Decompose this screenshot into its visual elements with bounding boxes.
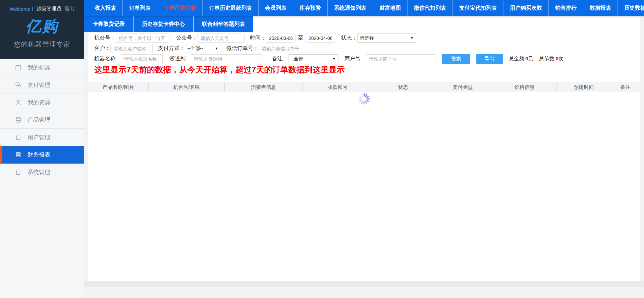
filter-row-1: 机台号： 公众号： 时间： 至 状态： 请选择 ▼ [94,34,634,43]
date-from-input[interactable] [266,34,296,43]
wechat-order-label: 微信订单号： [226,45,259,52]
tab-income-report[interactable]: 收入报表 [88,0,123,16]
remark-select[interactable]: --全部-- ▼ [288,54,338,63]
loading-spinner-icon [358,93,371,105]
customer-label: 客户： [94,45,110,52]
sidebar-header: Welcome ! 超级管理员 退出 亿购 您的机器管理专家 [0,0,84,59]
tab-coupon-pickup-records[interactable]: 卡券取货记录 [84,16,133,32]
chevron-down-icon: ▼ [410,36,414,40]
sidebar-item-system-management[interactable]: 系统管理 [0,164,84,181]
col-status: 状态 [373,82,433,92]
lane-input[interactable] [191,54,262,63]
sidebar-item-finance-reports[interactable]: 财务报表 [0,146,84,164]
sidebar-menu: 我的机器 支付管理 我的资源 产品管理 用户管理 财务报表 系统管理 [0,59,84,181]
sidebar-item-my-machines[interactable]: 我的机器 [0,59,84,76]
notice-banner: 这里显示7天前的数据，从今天开始算，超过7天的订单数据到这里显示 [94,65,634,74]
col-consumer-info: 消费者信息 [225,82,303,92]
pay-method-select-value: --全部-- [187,46,203,52]
tab-system-notice-list[interactable]: 系统通知列表 [328,0,373,16]
total-amount-label: 总金额: [509,56,525,61]
sidebar-item-user-management[interactable]: 用户管理 [0,129,84,146]
export-button[interactable]: 导出 [476,54,503,64]
total-count-unit: 次 [558,56,564,61]
merchant-label: 商户号： [344,55,366,62]
total-count: 总笔数:0次 [539,56,564,61]
tab-member-list[interactable]: 会员列表 [259,0,293,16]
status-select-value: 请选择 [360,35,374,41]
search-button[interactable]: 搜索 [442,54,470,64]
tab-user-purchase-count[interactable]: 用户购买次数 [503,0,549,16]
sidebar-item-label: 系统管理 [28,168,50,176]
pay-method-label: 支付方式： [158,45,185,52]
time-label: 时间： [250,35,266,42]
date-to-separator: 至 [298,35,303,42]
chevron-down-icon: ▼ [332,57,336,61]
tab-stock-warning[interactable]: 库存预警 [293,0,328,16]
wechat-order-input[interactable] [259,44,329,53]
merchant-input[interactable] [366,54,436,63]
lane-label: 货道列： [169,55,191,62]
content-panel: 机台号： 公众号： 时间： 至 状态： 请选择 ▼ 客户： 支付方式： --全部… [88,16,640,281]
file-icon [15,169,22,176]
tab-order-history-refund-list[interactable]: 订单历史退款列表 [203,0,259,16]
machine-no-input[interactable] [116,34,169,43]
tab-sales-ranking[interactable]: 销售排行 [549,0,583,16]
tab-alipay-withhold-list[interactable]: 支付宝代扣列表 [453,0,503,16]
sidebar-item-label: 财务报表 [28,151,50,159]
chevron-down-icon: ▼ [215,47,218,50]
pay-method-select[interactable]: --全部-- ▼ [185,44,221,53]
col-pay-type: 支付类型 [433,82,492,92]
tab-wechat-withhold-list[interactable]: 微信代扣列表 [408,0,453,16]
machine-name-label: 机器名称： [94,55,121,62]
total-amount-value: 0 [525,56,528,61]
sidebar-item-product-management[interactable]: 产品管理 [0,111,84,129]
tab-history-stock-coupon-center[interactable]: 历史存货卡券中心 [133,16,193,32]
date-to-input[interactable] [306,34,335,43]
filter-row-2: 客户： 支付方式： --全部-- ▼ 微信订单号： [94,44,634,53]
machine-no-label: 机台号： [94,35,116,42]
totals-summary: 总金额:0元 总笔数:0次 [509,56,564,62]
top-nav: 收入报表 订单列表 订单历史列表 订单历史退款列表 会员列表 库存预警 系统通知… [84,0,644,16]
tab-unilever-quiz-list[interactable]: 联合利华答题列表 [193,16,253,32]
tab-order-history-list[interactable]: 订单历史列表 [157,0,203,16]
col-product-name-image: 产品名称/图片 [88,82,149,92]
col-receiving-account: 收款帐号 [303,82,373,92]
username: 超级管理员 [36,6,61,12]
machine-icon [15,64,22,71]
tab-order-list[interactable]: 订单列表 [123,0,157,16]
sidebar-item-payment-management[interactable]: 支付管理 [0,76,84,94]
tab-wealth-map[interactable]: 财富地图 [373,0,408,16]
bottom-scroll-band [84,281,644,287]
official-account-input[interactable] [198,34,245,43]
wechat-icon [15,81,22,88]
total-count-value: 0 [556,56,558,61]
status-label: 状态： [341,35,357,42]
sidebar-item-my-resources[interactable]: 我的资源 [0,94,84,111]
total-count-label: 总笔数: [539,56,556,61]
total-amount-unit: 元 [528,56,533,61]
customer-input[interactable] [110,44,153,53]
tab-history-data-report[interactable]: 历史数据报表 [618,0,644,16]
table-header-row: 产品名称/图片 机台号/名称 消费者信息 收款帐号 状态 支付类型 价格信息 创… [88,82,640,92]
welcome-text: Welcome ! [10,6,34,12]
machine-name-input[interactable] [121,54,163,63]
col-created-time: 创建时间 [557,82,611,92]
sidebar-item-label: 我的资源 [28,99,50,106]
tab-data-report[interactable]: 数据报表 [583,0,618,16]
col-price-info: 价格信息 [492,82,557,92]
remark-select-value: --全部-- [291,56,307,62]
sidebar: Welcome ! 超级管理员 退出 亿购 您的机器管理专家 我的机器 支付管理… [0,0,84,298]
status-select[interactable]: 请选择 ▼ [357,34,416,43]
report-lines-icon [15,151,22,158]
col-remark: 备注 [611,82,640,92]
sidebar-item-label: 支付管理 [28,81,50,89]
official-account-label: 公众号： [176,35,198,42]
sidebar-item-label: 产品管理 [28,116,50,124]
user-bar: Welcome ! 超级管理员 退出 [0,0,84,12]
sub-nav: 卡券取货记录 历史存货卡券中心 联合利华答题列表 [84,16,253,32]
filter-row-3: 机器名称： 货道列： 备注： --全部-- ▼ 商户号： 搜索 导出 总金额:0… [94,54,634,63]
total-amount: 总金额:0元 [509,56,533,61]
sidebar-item-label: 用户管理 [28,133,50,141]
database-icon [15,116,22,123]
logout-link[interactable]: 退出 [64,6,74,12]
